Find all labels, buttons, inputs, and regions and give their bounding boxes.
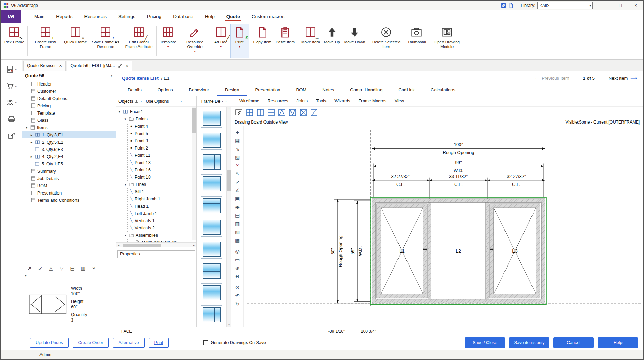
delete-preview-icon[interactable]: × [91, 266, 97, 271]
paste-item-button[interactable]: Paste Item [274, 24, 297, 58]
grab-icon[interactable]: ▣ [233, 195, 242, 202]
tree-item-customer[interactable]: Customer [22, 88, 116, 95]
tree-item-qty6-e3[interactable]: 3. Qty.6;E3 [22, 146, 116, 153]
tab-options[interactable]: Options [150, 85, 181, 96]
scroll-up-icon[interactable]: ▴ [228, 107, 230, 110]
tree-item-job-details[interactable]: Job Details [22, 175, 116, 182]
drawing-board-icon[interactable] [235, 108, 243, 117]
frame-macro-icon[interactable] [245, 108, 254, 117]
alternative-button[interactable]: Alternative [113, 338, 144, 348]
frame-style-thumbnail[interactable] [201, 262, 222, 280]
pop-in-icon[interactable]: ↙ [37, 266, 43, 271]
mullion-1[interactable] [428, 202, 431, 299]
tab-comp-handling[interactable]: Comp. Handling [342, 85, 390, 96]
tab-frame-macros[interactable]: Frame Macros [355, 96, 390, 106]
shrink-icon[interactable]: ↘ [233, 145, 242, 153]
v6-logo[interactable]: V6 [1, 10, 21, 22]
cart-shortcut[interactable]: ▸ [6, 82, 17, 90]
pick-frame-button[interactable]: ↖ Pick Frame [2, 24, 26, 58]
close-tab-icon[interactable]: × [126, 63, 128, 68]
menu-custom-macros[interactable]: Custom macros [246, 10, 290, 22]
cancel-button[interactable]: Cancel [553, 338, 594, 348]
quote-browser-shortcut[interactable]: ▸ [6, 65, 17, 73]
menu-main[interactable]: Main [28, 10, 50, 22]
frame-macro-icon[interactable] [310, 108, 318, 117]
save-as-icon[interactable] [507, 2, 515, 9]
tree-point-4[interactable]: ■Point 4 [129, 123, 191, 130]
objects-horizontal-scrollbar[interactable]: ◂ ▸ [116, 242, 196, 248]
tree-point-2[interactable]: ■Point 2 [129, 144, 191, 152]
copy-item-button[interactable]: Copy Item [251, 24, 274, 58]
objects-dropdown[interactable]: Objects ▾ [118, 99, 142, 104]
tree-right-jamb-1[interactable]: ╲Right Jamb 1 [129, 195, 191, 202]
paste-drawing-icon[interactable]: ▥ [233, 219, 242, 227]
frame-macro-icon[interactable] [288, 108, 297, 117]
expander-icon[interactable]: ▸ [30, 141, 33, 144]
pop-out-icon[interactable]: ↗ [26, 266, 33, 271]
copy-preview-icon[interactable]: ▤ [69, 266, 75, 271]
contacts-shortcut[interactable]: ▸ [6, 98, 17, 107]
properties-header[interactable]: Properties [117, 250, 195, 258]
frame-macro-icon[interactable] [299, 108, 307, 117]
mullion-2[interactable] [486, 202, 489, 299]
ad-hoc-button[interactable]: ╱ Ad Hoc ▼ [212, 24, 230, 58]
scroll-down-icon[interactable]: ▾ [228, 324, 230, 326]
save-items-only-button[interactable]: Save items only [509, 338, 549, 348]
tree-point-11[interactable]: ╲Point 11 [129, 152, 191, 159]
frame-style-thumbnail[interactable] [201, 153, 222, 171]
rotate-view-icon[interactable]: ↻ [233, 300, 242, 308]
menu-quote[interactable]: Quote [221, 10, 246, 22]
tree-sill-1[interactable]: ╲Sill 1 [129, 188, 191, 195]
pan-icon[interactable]: + [233, 128, 242, 136]
probe-icon[interactable]: ◉ [233, 203, 242, 211]
expander-icon[interactable]: ▸ [30, 155, 33, 159]
update-prices-button[interactable]: Update Prices [30, 338, 69, 348]
save-close-button[interactable]: Save / Close [465, 338, 505, 348]
open-drawing-module-button[interactable]: Open Drawing Module [430, 24, 464, 58]
drawing-canvas[interactable]: 100" Rough Opening 99" W.D. 32 27/32" C.… [244, 126, 643, 327]
tree-item-presentation[interactable]: Presentation [22, 189, 116, 197]
tab-quote-browser[interactable]: Quote Browser × [23, 61, 66, 71]
quote-tree-root[interactable]: Quote 56 [25, 73, 44, 78]
expand-tab-icon[interactable] [118, 64, 123, 68]
frame-style-thumbnail[interactable] [201, 196, 222, 215]
frame-style-thumbnail[interactable] [201, 131, 222, 150]
triangle-down-icon[interactable]: ▽ [59, 266, 65, 271]
expander-icon[interactable]: ▾ [129, 241, 133, 243]
tree-point-16[interactable]: ╲Point 16 [129, 166, 191, 173]
create-order-button[interactable]: Create Order [73, 338, 109, 348]
tab-tools[interactable]: Tools [312, 96, 330, 106]
generate-drawings-option[interactable]: Generate Drawings On Save [203, 340, 266, 345]
frame-style-thumbnail[interactable] [201, 284, 222, 302]
tab-calculations[interactable]: Calculations [423, 85, 463, 96]
expander-icon[interactable]: ▾ [124, 234, 127, 237]
frame-style-thumbnail[interactable] [201, 240, 222, 259]
tree-point-18[interactable]: ╲Point 18 [129, 173, 191, 181]
tab-quote-56[interactable]: Quote 56 [ EDIT ](MJ... × [67, 61, 132, 71]
designer-scrollbar[interactable]: ▴ ▾ [226, 107, 231, 327]
expander-icon[interactable]: ▾ [124, 183, 127, 186]
tab-wireframe[interactable]: Wireframe [235, 96, 263, 106]
tab-presentation[interactable]: Presentation [247, 85, 288, 96]
close-tab-icon[interactable]: × [59, 63, 62, 68]
tree-item-terms[interactable]: Terms and Conditions [22, 197, 116, 204]
align-grid-icon[interactable]: ▦ [233, 136, 242, 144]
scroll-tabs-left-icon[interactable]: ‹ [222, 99, 223, 104]
minimize-button[interactable]: — [598, 1, 613, 10]
menu-pricing[interactable]: Pricing [141, 10, 167, 22]
menu-resources[interactable]: Resources [79, 10, 113, 22]
move-item-button[interactable]: ↔ Move Item [299, 24, 322, 58]
create-new-frame-button[interactable]: + Create New Frame [29, 24, 62, 58]
move-down-button[interactable]: Move Down [342, 24, 367, 58]
frame-macro-icon[interactable] [267, 108, 275, 117]
tree-item-header[interactable]: Header [22, 80, 116, 88]
tree-item-summary[interactable]: Summary [22, 168, 116, 175]
menu-settings[interactable]: Settings [113, 10, 141, 22]
tab-notes[interactable]: Notes [314, 85, 342, 96]
frame-style-thumbnail[interactable] [201, 174, 222, 193]
delete-selected-item-button[interactable]: Delete Selected Item [369, 24, 403, 58]
zoom-in-icon[interactable]: ⊕ [233, 264, 242, 272]
collapse-panel-icon[interactable]: ‹ [111, 73, 113, 79]
tree-assemblies-group[interactable]: ▾Assemblies [124, 232, 191, 239]
delete-object-icon[interactable]: × [233, 161, 242, 169]
